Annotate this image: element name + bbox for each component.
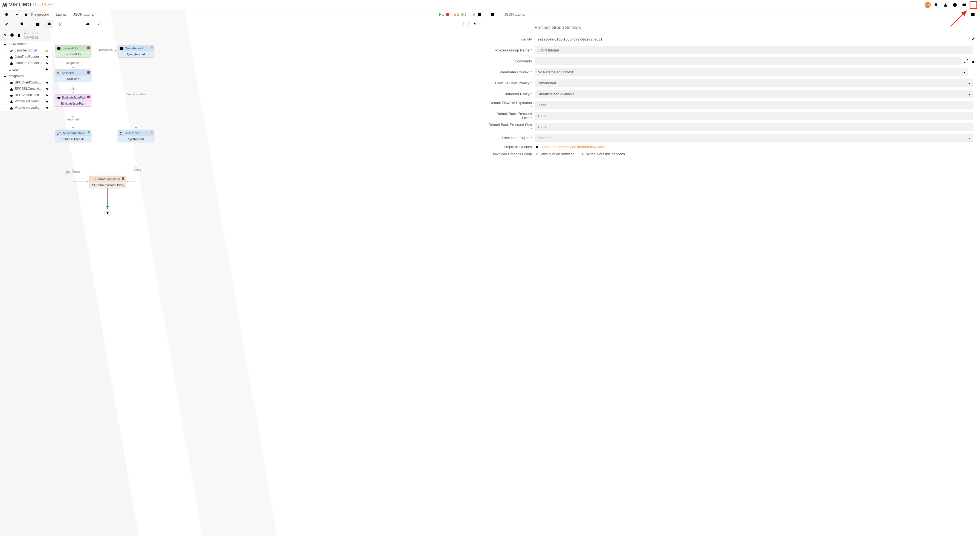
schedule-button[interactable] xyxy=(34,20,41,28)
tree-group-header[interactable]: tutorial xyxy=(0,66,52,73)
services-button[interactable] xyxy=(45,20,53,28)
field-value[interactable] xyxy=(535,57,961,65)
status-invalid: 2 xyxy=(453,13,459,16)
info-icon[interactable] xyxy=(951,1,959,9)
search-icon[interactable] xyxy=(932,1,940,9)
status-icon xyxy=(45,99,49,103)
home-icon[interactable] xyxy=(24,11,29,18)
trash-icon[interactable] xyxy=(17,33,21,38)
stats-button[interactable] xyxy=(95,20,103,28)
edge-label: High/Critical xyxy=(64,170,80,174)
edge-label: matched xyxy=(67,118,79,121)
status-icon xyxy=(45,93,49,97)
field-value[interactable]: Unbounded xyxy=(535,79,973,87)
status-icon xyxy=(45,80,49,84)
main-menu-button[interactable] xyxy=(970,1,977,9)
pencil-icon xyxy=(9,49,13,52)
service-item[interactable]: Virtimo preconfigured SSL ... xyxy=(0,98,52,105)
funnel-node[interactable] xyxy=(104,210,111,216)
field-value[interactable]: No Parameter Context xyxy=(535,68,968,76)
download-without-services[interactable]: Without outside services xyxy=(580,152,625,156)
brand-logo: VIRTIMO IGUASU xyxy=(3,2,55,8)
flow-node[interactable]: QueryRecordQueryRecord xyxy=(118,45,154,57)
field-value[interactable]: 10,000 xyxy=(535,112,973,120)
field-label: Default Back Pressure Files * xyxy=(488,112,532,120)
save-button[interactable] xyxy=(488,11,496,18)
crumb-root[interactable]: Playground xyxy=(31,12,49,16)
edge-label: split xyxy=(70,88,75,91)
field-value[interactable]: Inherited xyxy=(535,134,973,142)
chevron-down-icon xyxy=(967,81,970,85)
flow-node[interactable]: RouteOnAttributeRouteOnAttribute xyxy=(55,130,91,142)
add-icon xyxy=(45,75,49,78)
canvas-toolbar xyxy=(0,19,485,29)
version-button[interactable] xyxy=(57,20,65,28)
download-label: Download Process Group xyxy=(488,152,532,156)
monitor-icon[interactable] xyxy=(960,1,968,9)
sidebar-title: Available Services xyxy=(24,31,49,40)
field-label: Comments xyxy=(488,59,532,63)
flow-canvas[interactable]: InvokeHTTPInvokeHTTPQueryRecordQueryReco… xyxy=(52,29,485,536)
scissors-icon xyxy=(57,71,60,75)
inspect-button[interactable] xyxy=(18,20,26,28)
hash-icon[interactable] xyxy=(971,70,975,75)
status-list-icon xyxy=(433,13,437,16)
field-label: Outbound Policy * xyxy=(488,92,532,96)
download-with-services[interactable]: With outside services xyxy=(535,152,574,156)
flow-node[interactable]: EvaluateJsonPathEvaluateJsonPath xyxy=(55,94,91,107)
service-item[interactable]: BPCSSLContextService xyxy=(0,86,52,92)
flow-node[interactable]: InvokeHTTPInvokeHTTP xyxy=(55,45,91,57)
chevron-down-icon xyxy=(967,92,970,96)
field-value[interactable]: 0 sec xyxy=(535,101,973,109)
crumb-mid[interactable]: tutorial xyxy=(56,12,67,16)
edge-label: Response xyxy=(66,61,80,65)
reload-button[interactable] xyxy=(3,11,10,18)
status-running: 1 xyxy=(439,13,444,16)
panel-heading: Process Group Settings xyxy=(535,25,975,30)
shuffle-icon xyxy=(91,177,93,181)
expand-icon[interactable] xyxy=(964,59,969,64)
status-icon xyxy=(45,106,49,110)
field-value[interactable]: Stream When Available xyxy=(535,90,973,98)
edge-label: Response xyxy=(99,48,113,51)
lock-icon xyxy=(9,106,13,110)
erase-icon[interactable] xyxy=(971,59,975,64)
lock-icon xyxy=(9,61,13,65)
pop-out-button[interactable] xyxy=(477,11,482,18)
edit-icon[interactable] xyxy=(971,37,975,41)
service-item[interactable]: Virtimo preconfigured SSL ... xyxy=(0,105,52,111)
empty-queues-action[interactable]: There are currently no queued flow files xyxy=(535,145,973,149)
eye-icon xyxy=(57,96,60,99)
flow-node[interactable]: JSONataTransformJ...JSONataTransformJSON xyxy=(89,176,126,188)
edge-label: splits xyxy=(134,168,141,171)
chevron-down-icon xyxy=(967,136,970,139)
tree-group-header[interactable]: Playground xyxy=(0,73,52,80)
plug-icon xyxy=(9,93,13,97)
crumb-leaf[interactable]: JSON tutorial xyxy=(73,12,94,16)
lock-icon xyxy=(9,55,13,59)
flow-node[interactable]: SplitRecordSplitRecord xyxy=(118,130,154,142)
status-icon xyxy=(45,87,49,91)
service-item[interactable]: JsonTreeReader RecordSplit xyxy=(0,60,52,66)
table-icon xyxy=(119,46,123,50)
service-item[interactable]: JsonRecordSetWriter xyxy=(0,47,52,54)
field-value[interactable]: 1 GB xyxy=(535,123,973,131)
nav-up-button[interactable] xyxy=(13,11,21,18)
service-item[interactable]: JsonTreeReader xyxy=(0,54,52,60)
status-queue: 0 xyxy=(468,13,475,16)
service-item[interactable]: BPCClientController xyxy=(0,80,52,86)
field-label: Parameter Context * xyxy=(488,70,532,74)
flow-node[interactable]: SplitJsonSplitJson xyxy=(55,70,91,82)
panel-popout-button[interactable] xyxy=(969,11,977,18)
cloud-button[interactable] xyxy=(84,20,92,28)
params-button[interactable] xyxy=(68,20,76,28)
edit-button[interactable] xyxy=(3,20,10,28)
warning-icon[interactable] xyxy=(942,1,949,9)
service-item[interactable]: BPCServerController xyxy=(0,92,52,98)
tree-group-header[interactable]: JSON tutorial xyxy=(0,41,52,47)
user-avatar[interactable]: rr /2 xyxy=(925,2,931,8)
field-value[interactable]: JSON tutorial xyxy=(535,46,973,54)
bolt-icon xyxy=(3,33,7,38)
chevron-down-icon xyxy=(3,75,6,78)
plug-icon xyxy=(9,81,13,84)
